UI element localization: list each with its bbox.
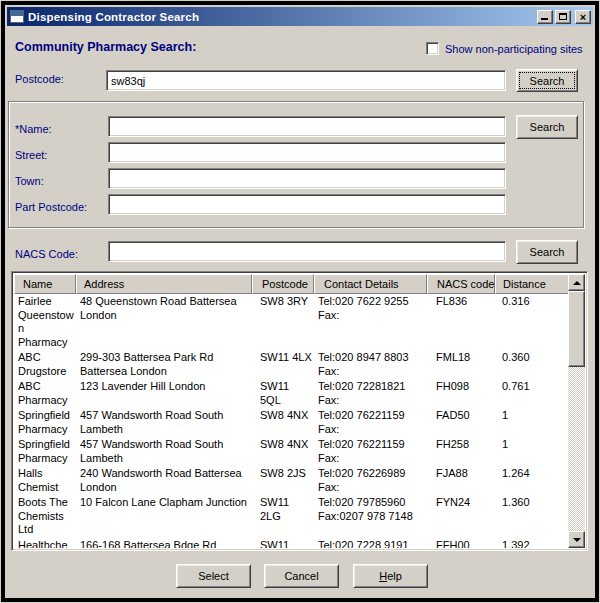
nacs-search-button[interactable]: Search	[516, 240, 578, 264]
town-input[interactable]	[108, 168, 506, 189]
help-button[interactable]: Help	[353, 564, 428, 588]
vertical-scrollbar[interactable]	[568, 274, 585, 548]
nacs-code-input[interactable]	[108, 241, 506, 262]
cell-name: ABC Pharmacy	[14, 379, 76, 408]
scroll-down-button[interactable]	[568, 531, 585, 548]
cell-contact-details: Tel:020 79785960 Fax:0207 978 7148	[314, 495, 427, 538]
cell-address: 457 Wandsworth Road South Lambeth	[76, 437, 252, 466]
cell-fax: Fax:	[318, 309, 425, 323]
cell-fax: Fax:	[318, 452, 425, 466]
cell-nacs-code: FFH00	[427, 538, 495, 549]
part-postcode-label: Part Postcode:	[15, 201, 87, 213]
table-row[interactable]: Healthchem (Battersea) Ltd 166-168 Batte…	[14, 538, 585, 549]
street-input[interactable]	[108, 142, 506, 163]
column-header-nacs-code[interactable]: NACS code	[427, 274, 495, 294]
cell-nacs-code: FAD50	[427, 408, 495, 437]
cell-address: 123 Lavender Hill London	[76, 379, 252, 408]
nacs-search-label: Search	[517, 246, 577, 258]
dispensing-contractor-search-dialog: Dispensing Contractor Search × Community…	[2, 2, 598, 601]
cell-contact-details: Tel:020 76221159 Fax:	[314, 437, 427, 466]
cell-nacs-code: FYN24	[427, 495, 495, 538]
cell-fax: Fax:	[318, 481, 425, 495]
show-nonparticipating-checkbox[interactable]	[426, 42, 439, 55]
cell-postcode: SW8 2JS	[252, 466, 314, 495]
screen-frame: Dispensing Contractor Search × Community…	[0, 0, 600, 603]
table-row[interactable]: ABC Drugstore 299-303 Battersea Park Rd …	[14, 350, 585, 379]
scrollbar-thumb[interactable]	[568, 291, 585, 367]
maximize-icon	[559, 13, 567, 20]
column-header-address[interactable]: Address	[76, 274, 252, 294]
minimize-icon	[541, 18, 548, 20]
column-header-contact-details[interactable]: Contact Details	[314, 274, 427, 294]
maximize-button[interactable]	[555, 10, 571, 24]
cell-postcode: SW11 3AW	[252, 538, 314, 549]
street-label: Street:	[15, 149, 47, 161]
cell-name: Healthchem (Battersea) Ltd	[14, 538, 76, 549]
town-label: Town:	[15, 175, 44, 187]
cell-tel: Tel:020 76226989	[318, 467, 425, 481]
cell-nacs-code: FML18	[427, 350, 495, 379]
cell-fax: Fax:	[318, 394, 425, 408]
cell-address: 10 Falcon Lane Clapham Junction	[76, 495, 252, 538]
cell-address: 166-168 Battersea Bdge Rd London	[76, 538, 252, 549]
scrollbar-track[interactable]	[568, 367, 585, 531]
cell-address: 299-303 Battersea Park Rd Battersea Lond…	[76, 350, 252, 379]
column-header-postcode[interactable]: Postcode	[252, 274, 314, 294]
name-label: *Name:	[15, 123, 52, 135]
cell-postcode: SW8 3RY	[252, 294, 314, 350]
window-icon	[10, 10, 24, 23]
cell-postcode: SW11 4LX	[252, 350, 314, 379]
table-row[interactable]: Boots The Chemists Ltd 10 Falcon Lane Cl…	[14, 495, 585, 538]
show-nonparticipating-label: Show non-participating sites	[445, 43, 583, 55]
arrow-down-icon	[573, 538, 581, 542]
cell-tel: Tel:020 7622 9255	[318, 295, 425, 309]
cell-nacs-code: FJA88	[427, 466, 495, 495]
select-button[interactable]: Select	[176, 564, 251, 588]
name-search-label: Search	[517, 121, 577, 133]
cancel-button[interactable]: Cancel	[264, 564, 339, 588]
table-body: Fairlee Queenstown Pharmacy 48 Queenstow…	[14, 294, 585, 548]
cell-name: Halls Chemist	[14, 466, 76, 495]
table-row[interactable]: Springfield Pharmacy 457 Wandsworth Road…	[14, 437, 585, 466]
minimize-button[interactable]	[537, 10, 553, 24]
cell-address: 240 Wandsworth Road Battersea London	[76, 466, 252, 495]
name-search-button[interactable]: Search	[516, 115, 578, 139]
cell-postcode: SW11 2LG	[252, 495, 314, 538]
cell-tel: Tel:020 76221159	[318, 438, 425, 452]
column-header-name[interactable]: Name	[14, 274, 76, 294]
arrow-up-icon	[573, 281, 581, 285]
cell-tel: Tel:020 79785960	[318, 496, 425, 510]
nacs-code-label: NACS Code:	[15, 248, 78, 260]
part-postcode-input[interactable]	[108, 194, 506, 215]
table-row[interactable]: Halls Chemist 240 Wandsworth Road Batter…	[14, 466, 585, 495]
title-bar[interactable]: Dispensing Contractor Search ×	[7, 7, 593, 26]
table-row[interactable]: Fairlee Queenstown Pharmacy 48 Queenstow…	[14, 294, 585, 350]
results-table-header: Name Address Postcode Contact Details NA…	[14, 274, 585, 294]
cell-contact-details: Tel:020 76226989 Fax:	[314, 466, 427, 495]
close-button[interactable]: ×	[575, 10, 591, 24]
cell-address: 457 Wandsworth Road South Lambeth	[76, 408, 252, 437]
name-input[interactable]	[108, 116, 506, 137]
table-row[interactable]: Springfield Pharmacy 457 Wandsworth Road…	[14, 408, 585, 437]
cell-name: Fairlee Queenstown Pharmacy	[14, 294, 76, 350]
help-button-label: Help	[354, 570, 427, 582]
cell-postcode: SW8 4NX	[252, 408, 314, 437]
scroll-up-button[interactable]	[568, 274, 585, 291]
select-button-label: Select	[177, 570, 250, 582]
window-title: Dispensing Contractor Search	[28, 11, 537, 23]
postcode-input[interactable]	[106, 70, 506, 91]
cell-fax: Fax:0207 978 7148	[318, 510, 425, 524]
cell-tel: Tel:020 8947 8803	[318, 351, 425, 365]
postcode-search-button[interactable]: Search	[516, 69, 578, 92]
page-title: Community Pharmacy Search:	[15, 40, 196, 54]
cell-tel: Tel:020 76221159	[318, 409, 425, 423]
cell-fax: Fax:	[318, 423, 425, 437]
cell-name: Springfield Pharmacy	[14, 437, 76, 466]
table-row[interactable]: ABC Pharmacy 123 Lavender Hill London SW…	[14, 379, 585, 408]
postcode-label: Postcode:	[15, 73, 64, 85]
cell-name: Springfield Pharmacy	[14, 408, 76, 437]
cell-nacs-code: FH258	[427, 437, 495, 466]
cell-postcode: SW8 4NX	[252, 437, 314, 466]
cell-name: ABC Drugstore	[14, 350, 76, 379]
cell-contact-details: Tel:020 7622 9255 Fax:	[314, 294, 427, 350]
